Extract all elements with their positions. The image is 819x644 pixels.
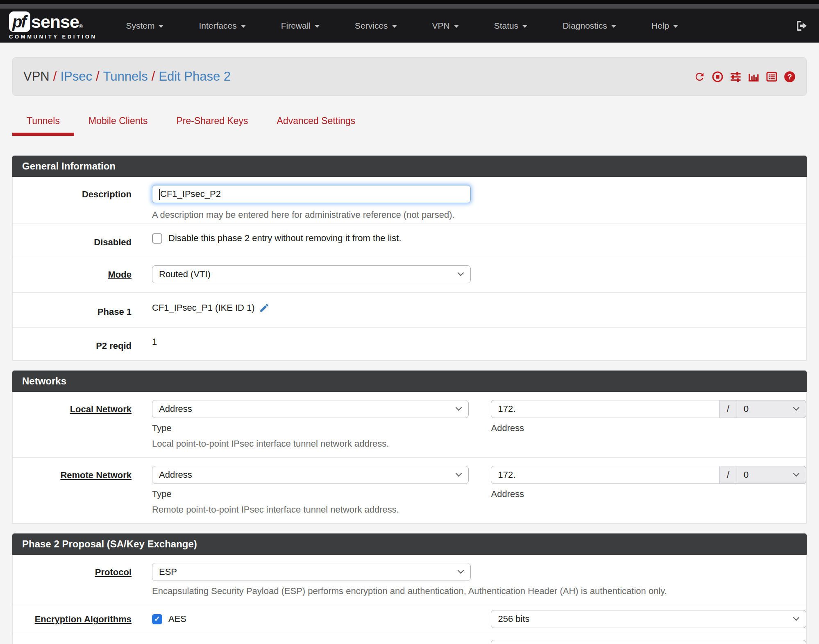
chevron-down-icon [315, 25, 320, 28]
form-row-disabled: Disabled Disable this phase 2 entry with… [13, 224, 806, 257]
tab-label: Pre-Shared Keys [176, 115, 248, 126]
nav-item-vpn[interactable]: VPN [415, 9, 476, 43]
nav-item-interfaces[interactable]: Interfaces [181, 9, 263, 43]
nav-item-label: VPN [432, 21, 450, 31]
remote-network-type-value: Address [159, 470, 192, 480]
panel-title: Networks [12, 371, 807, 392]
disabled-label: Disabled [13, 233, 132, 248]
description-label: Description [13, 185, 132, 220]
nav-item-label: Services [355, 21, 388, 31]
remote-network-address-input[interactable]: 172. [491, 466, 719, 484]
tab-label: Mobile Clients [88, 115, 147, 126]
tab-pre-shared-keys[interactable]: Pre-Shared Keys [162, 115, 262, 136]
remote-network-type-select[interactable]: Address [152, 466, 469, 484]
chevron-down-icon [454, 25, 459, 28]
breadcrumb-root: VPN [23, 69, 50, 84]
logo-text: sense [31, 12, 79, 32]
chevron-down-icon [456, 470, 462, 477]
aes-checkbox[interactable]: ✓ [152, 614, 162, 624]
breadcrumb-link-ipsec[interactable]: IPsec [60, 69, 92, 84]
description-help-text: A description may be entered here for ad… [152, 210, 806, 220]
chevron-down-icon [456, 404, 462, 411]
aes-keylen-select[interactable]: 256 bits [491, 610, 806, 628]
local-network-address-caption: Address [491, 423, 806, 434]
nav-item-label: Status [494, 21, 519, 31]
phase1-label: Phase 1 [13, 303, 132, 317]
tab-tunnels[interactable]: Tunnels [12, 115, 74, 136]
remote-network-type-caption: Type [152, 489, 469, 499]
breadcrumb: VPN / IPsec / Tunnels / Edit Phase 2 [23, 69, 231, 84]
remote-network-label: Remote Network [13, 466, 132, 515]
form-row-phase1: Phase 1 CF1_IPsec_P1 (IKE ID 1) [13, 293, 806, 328]
tab-advanced-settings[interactable]: Advanced Settings [263, 115, 370, 136]
chevron-down-icon [458, 567, 464, 574]
local-network-address-value: 172. [498, 404, 515, 414]
chevron-down-icon [793, 615, 800, 621]
mode-label: Mode [13, 265, 132, 283]
protocol-select-value: ESP [159, 567, 177, 577]
aes-checkbox-label: AES [168, 614, 186, 624]
question-circle-icon[interactable]: ? [784, 71, 796, 83]
local-network-type-select[interactable]: Address [152, 400, 469, 418]
breadcrumb-link-edit-phase-2[interactable]: Edit Phase 2 [159, 69, 231, 84]
local-network-help-text: Local point-to-point IPsec interface tun… [152, 438, 806, 449]
pf-logo-box: pf [9, 11, 30, 32]
chevron-down-icon [458, 270, 464, 276]
page-header: VPN / IPsec / Tunnels / Edit Phase 2 [12, 57, 807, 96]
protocol-help-text: Encapsulating Security Payload (ESP) per… [152, 586, 806, 597]
nav-item-diagnostics[interactable]: Diagnostics [545, 9, 634, 43]
chevron-down-icon [241, 25, 246, 28]
nav-item-system[interactable]: System [108, 9, 181, 43]
panel-phase2-proposal: Phase 2 Proposal (SA/Key Exchange) Proto… [12, 533, 807, 644]
form-row-description: Description CF1_IPsec_P2 A description m… [13, 177, 806, 224]
aes-keylen-value: 256 bits [498, 614, 529, 624]
stop-circle-icon[interactable] [712, 71, 724, 83]
local-network-mask-select[interactable]: 0 [737, 400, 806, 418]
mode-select[interactable]: Routed (VTI) [152, 265, 471, 283]
form-row-p2reqid: P2 reqid 1 [13, 328, 806, 360]
local-network-address-input[interactable]: 172. [491, 400, 719, 418]
registered-mark: ® [79, 24, 83, 29]
remote-network-mask-select[interactable]: 0 [737, 466, 806, 484]
chevron-down-icon [611, 25, 616, 28]
logout-icon[interactable] [795, 19, 808, 32]
remote-network-help-text: Remote point-to-point IPsec interface tu… [152, 504, 806, 515]
nav-item-services[interactable]: Services [337, 9, 415, 43]
tab-mobile-clients[interactable]: Mobile Clients [74, 115, 162, 136]
nav-item-label: Diagnostics [563, 21, 607, 31]
panel-title: Phase 2 Proposal (SA/Key Exchange) [12, 533, 807, 555]
nav-menu: System Interfaces Firewall Services VPN … [108, 9, 696, 43]
disabled-checkbox[interactable] [152, 233, 162, 244]
panel-title: General Information [12, 156, 807, 177]
nav-item-status[interactable]: Status [476, 9, 545, 43]
description-input[interactable]: CF1_IPsec_P2 [152, 185, 471, 203]
chevron-down-icon [159, 25, 163, 28]
encryption-algorithms-label: Encryption Algorithms [13, 610, 132, 628]
form-row-protocol: Protocol ESP Encapsulating Security Payl… [13, 555, 806, 604]
local-network-label: Local Network [13, 400, 132, 449]
protocol-select[interactable]: ESP [152, 563, 471, 581]
breadcrumb-link-tunnels[interactable]: Tunnels [103, 69, 148, 84]
svg-text:?: ? [787, 72, 792, 81]
local-network-mask-separator: / [719, 400, 737, 418]
breadcrumb-separator: / [92, 69, 103, 84]
nav-item-help[interactable]: Help [634, 9, 696, 43]
panel-networks: Networks Local Network Address Type [12, 371, 807, 524]
edit-pencil-icon[interactable] [259, 303, 270, 313]
nav-item-label: Firewall [281, 21, 311, 31]
description-input-value: CF1_IPsec_P2 [160, 189, 221, 199]
aes128gcm-keylen-select[interactable]: Auto [491, 640, 806, 644]
breadcrumb-separator: / [50, 69, 61, 84]
text-caret [159, 189, 160, 200]
header-action-icons: ? [694, 71, 796, 83]
list-icon[interactable] [766, 71, 778, 83]
protocol-label: Protocol [13, 563, 132, 597]
nav-item-label: System [126, 21, 154, 31]
chevron-down-icon [673, 25, 678, 28]
refresh-icon[interactable] [694, 71, 706, 83]
nav-item-firewall[interactable]: Firewall [263, 9, 337, 43]
sliders-icon[interactable] [730, 71, 742, 83]
chevron-down-icon [793, 404, 800, 411]
form-row-encryption-aes: Encryption Algorithms ✓ AES 256 bits [13, 604, 806, 634]
bar-chart-icon[interactable] [748, 71, 760, 83]
